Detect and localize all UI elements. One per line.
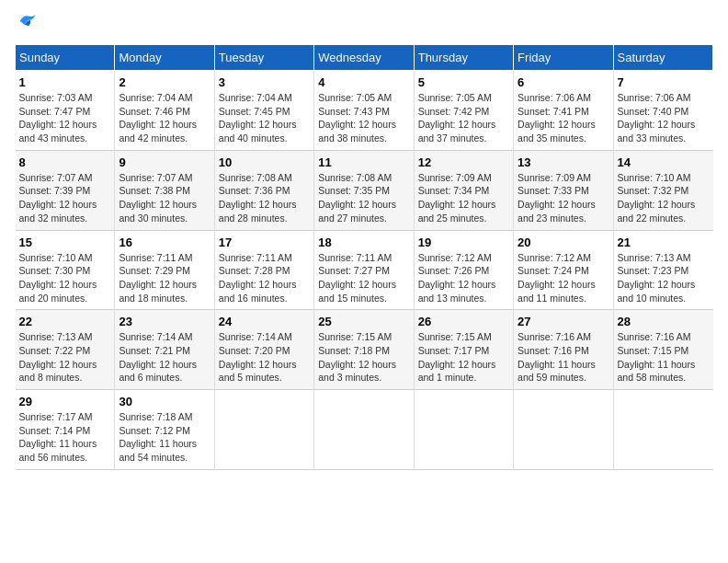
calendar-day-19: 19Sunrise: 7:12 AMSunset: 7:26 PMDayligh…	[414, 230, 513, 310]
day-number: 28	[618, 315, 710, 328]
day-number: 29	[19, 395, 111, 408]
day-number: 30	[119, 395, 210, 408]
day-number: 8	[19, 155, 111, 169]
calendar-day-27: 27Sunrise: 7:16 AMSunset: 7:16 PMDayligh…	[514, 310, 613, 390]
day-info: Sunrise: 7:14 AMSunset: 7:20 PMDaylight:…	[219, 330, 310, 385]
calendar-day-23: 23Sunrise: 7:14 AMSunset: 7:21 PMDayligh…	[115, 310, 214, 390]
day-info: Sunrise: 7:12 AMSunset: 7:24 PMDaylight:…	[518, 251, 609, 305]
day-info: Sunrise: 7:11 AMSunset: 7:28 PMDaylight:…	[219, 251, 310, 305]
day-number: 17	[219, 236, 310, 249]
day-number: 16	[119, 236, 210, 249]
day-number: 5	[418, 75, 509, 89]
day-number: 18	[318, 236, 409, 249]
day-number: 20	[518, 236, 609, 249]
calendar-day-9: 9Sunrise: 7:07 AMSunset: 7:38 PMDaylight…	[115, 150, 214, 230]
calendar-day-11: 11Sunrise: 7:08 AMSunset: 7:35 PMDayligh…	[314, 150, 414, 230]
day-info: Sunrise: 7:13 AMSunset: 7:22 PMDaylight:…	[19, 330, 111, 385]
calendar-day-12: 12Sunrise: 7:09 AMSunset: 7:34 PMDayligh…	[414, 150, 513, 230]
calendar-day-8: 8Sunrise: 7:07 AMSunset: 7:39 PMDaylight…	[16, 150, 115, 230]
day-number: 23	[119, 315, 210, 328]
day-info: Sunrise: 7:13 AMSunset: 7:23 PMDaylight:…	[618, 251, 710, 305]
calendar-body: 1Sunrise: 7:03 AMSunset: 7:47 PMDaylight…	[16, 71, 713, 470]
logo-bird-icon	[17, 11, 37, 31]
calendar-day-10: 10Sunrise: 7:08 AMSunset: 7:36 PMDayligh…	[214, 150, 313, 230]
calendar-empty-cell	[414, 390, 513, 470]
day-number: 3	[219, 75, 310, 89]
calendar-header-row: SundayMondayTuesdayWednesdayThursdayFrid…	[16, 45, 713, 71]
day-header-friday: Friday	[514, 45, 613, 71]
calendar-day-5: 5Sunrise: 7:05 AMSunset: 7:42 PMDaylight…	[414, 71, 513, 151]
day-header-saturday: Saturday	[613, 45, 712, 71]
day-info: Sunrise: 7:03 AMSunset: 7:47 PMDaylight:…	[19, 91, 111, 145]
calendar-day-2: 2Sunrise: 7:04 AMSunset: 7:46 PMDaylight…	[115, 71, 214, 151]
day-number: 15	[19, 236, 111, 249]
calendar-day-13: 13Sunrise: 7:09 AMSunset: 7:33 PMDayligh…	[514, 150, 613, 230]
day-number: 9	[119, 155, 210, 169]
day-number: 11	[318, 155, 409, 169]
day-info: Sunrise: 7:15 AMSunset: 7:18 PMDaylight:…	[318, 330, 409, 385]
calendar-day-22: 22Sunrise: 7:13 AMSunset: 7:22 PMDayligh…	[16, 310, 115, 390]
day-number: 1	[19, 75, 111, 89]
calendar-day-30: 30Sunrise: 7:18 AMSunset: 7:12 PMDayligh…	[115, 390, 214, 470]
day-info: Sunrise: 7:06 AMSunset: 7:40 PMDaylight:…	[618, 91, 710, 145]
calendar-day-24: 24Sunrise: 7:14 AMSunset: 7:20 PMDayligh…	[214, 310, 313, 390]
calendar-day-26: 26Sunrise: 7:15 AMSunset: 7:17 PMDayligh…	[414, 310, 513, 390]
calendar-day-21: 21Sunrise: 7:13 AMSunset: 7:23 PMDayligh…	[613, 230, 712, 310]
day-number: 24	[219, 315, 310, 328]
day-info: Sunrise: 7:17 AMSunset: 7:14 PMDaylight:…	[19, 410, 111, 465]
day-info: Sunrise: 7:14 AMSunset: 7:21 PMDaylight:…	[119, 330, 210, 385]
day-info: Sunrise: 7:07 AMSunset: 7:38 PMDaylight:…	[119, 171, 210, 225]
calendar-week-1: 1Sunrise: 7:03 AMSunset: 7:47 PMDaylight…	[16, 71, 713, 151]
calendar-week-5: 29Sunrise: 7:17 AMSunset: 7:14 PMDayligh…	[16, 390, 713, 470]
day-info: Sunrise: 7:07 AMSunset: 7:39 PMDaylight:…	[19, 171, 111, 225]
day-info: Sunrise: 7:08 AMSunset: 7:35 PMDaylight:…	[318, 171, 409, 225]
calendar-week-3: 15Sunrise: 7:10 AMSunset: 7:30 PMDayligh…	[16, 230, 713, 310]
calendar-day-14: 14Sunrise: 7:10 AMSunset: 7:32 PMDayligh…	[613, 150, 712, 230]
day-number: 6	[518, 75, 609, 89]
day-info: Sunrise: 7:10 AMSunset: 7:32 PMDaylight:…	[618, 171, 710, 225]
day-header-wednesday: Wednesday	[314, 45, 414, 71]
calendar-day-15: 15Sunrise: 7:10 AMSunset: 7:30 PMDayligh…	[16, 230, 115, 310]
day-number: 12	[418, 155, 509, 169]
day-header-sunday: Sunday	[16, 45, 115, 71]
day-number: 13	[518, 155, 609, 169]
day-info: Sunrise: 7:12 AMSunset: 7:26 PMDaylight:…	[418, 251, 509, 305]
day-info: Sunrise: 7:09 AMSunset: 7:33 PMDaylight:…	[518, 171, 609, 225]
calendar-day-7: 7Sunrise: 7:06 AMSunset: 7:40 PMDaylight…	[613, 71, 712, 151]
day-number: 7	[618, 75, 710, 89]
day-info: Sunrise: 7:06 AMSunset: 7:41 PMDaylight:…	[518, 91, 609, 145]
day-number: 4	[318, 75, 409, 89]
day-number: 25	[318, 315, 409, 328]
day-number: 27	[518, 315, 609, 328]
calendar-day-1: 1Sunrise: 7:03 AMSunset: 7:47 PMDaylight…	[16, 71, 115, 151]
day-number: 10	[219, 155, 310, 169]
calendar-week-2: 8Sunrise: 7:07 AMSunset: 7:39 PMDaylight…	[16, 150, 713, 230]
day-number: 26	[418, 315, 509, 328]
calendar-day-20: 20Sunrise: 7:12 AMSunset: 7:24 PMDayligh…	[514, 230, 613, 310]
page-header	[15, 15, 713, 35]
calendar-empty-cell	[214, 390, 313, 470]
calendar-day-16: 16Sunrise: 7:11 AMSunset: 7:29 PMDayligh…	[115, 230, 214, 310]
day-info: Sunrise: 7:11 AMSunset: 7:27 PMDaylight:…	[318, 251, 409, 305]
day-number: 22	[19, 315, 111, 328]
calendar-day-4: 4Sunrise: 7:05 AMSunset: 7:43 PMDaylight…	[314, 71, 414, 151]
day-info: Sunrise: 7:04 AMSunset: 7:46 PMDaylight:…	[119, 91, 210, 145]
day-info: Sunrise: 7:18 AMSunset: 7:12 PMDaylight:…	[119, 410, 210, 465]
calendar-empty-cell	[514, 390, 613, 470]
calendar-day-3: 3Sunrise: 7:04 AMSunset: 7:45 PMDaylight…	[214, 71, 313, 151]
logo	[15, 15, 37, 35]
calendar-day-25: 25Sunrise: 7:15 AMSunset: 7:18 PMDayligh…	[314, 310, 414, 390]
day-info: Sunrise: 7:09 AMSunset: 7:34 PMDaylight:…	[418, 171, 509, 225]
day-info: Sunrise: 7:04 AMSunset: 7:45 PMDaylight:…	[219, 91, 310, 145]
day-number: 21	[618, 236, 710, 249]
day-info: Sunrise: 7:08 AMSunset: 7:36 PMDaylight:…	[219, 171, 310, 225]
calendar-day-29: 29Sunrise: 7:17 AMSunset: 7:14 PMDayligh…	[16, 390, 115, 470]
calendar-day-18: 18Sunrise: 7:11 AMSunset: 7:27 PMDayligh…	[314, 230, 414, 310]
day-header-tuesday: Tuesday	[214, 45, 313, 71]
calendar-week-4: 22Sunrise: 7:13 AMSunset: 7:22 PMDayligh…	[16, 310, 713, 390]
day-info: Sunrise: 7:16 AMSunset: 7:16 PMDaylight:…	[518, 330, 609, 385]
day-info: Sunrise: 7:16 AMSunset: 7:15 PMDaylight:…	[618, 330, 710, 385]
day-info: Sunrise: 7:10 AMSunset: 7:30 PMDaylight:…	[19, 251, 111, 305]
day-info: Sunrise: 7:05 AMSunset: 7:43 PMDaylight:…	[318, 91, 409, 145]
day-number: 14	[618, 155, 710, 169]
